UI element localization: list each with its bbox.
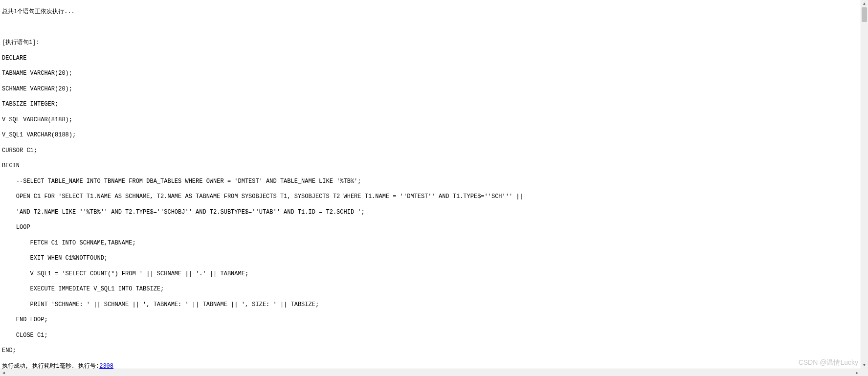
code-line: V_SQL1 = 'SELECT COUNT(*) FROM ' || SCHN… (2, 270, 866, 279)
code-line: FETCH C1 INTO SCHNAME,TABNAME; (2, 239, 866, 248)
code-line: END; (2, 347, 866, 355)
code-line: EXECUTE IMMEDIATE V_SQL1 INTO TABSIZE; (2, 285, 866, 294)
scroll-up-arrow-icon[interactable]: ▲ (861, 0, 868, 7)
scroll-down-arrow-icon[interactable]: ▼ (861, 361, 868, 369)
blank-line (2, 23, 866, 32)
code-line: OPEN C1 FOR 'SELECT T1.NAME AS SCHNAME, … (2, 193, 866, 201)
code-line: LOOP (2, 223, 866, 232)
code-line: CLOSE C1; (2, 332, 866, 340)
result-line: 执行成功, 执行耗时1毫秒. 执行号:2308 (2, 362, 866, 369)
code-line: EXIT WHEN C1%NOTFOUND; (2, 254, 866, 263)
code-line: DECLARE (2, 54, 866, 63)
sql-output-panel: 总共1个语句正依次执行... [执行语句1]: DECLARE TABNAME … (0, 0, 868, 369)
vertical-scrollbar[interactable]: ▲ ▼ (861, 0, 868, 369)
code-line: TABNAME VARCHAR(20); (2, 69, 866, 78)
code-line: 'AND T2.NAME LIKE ''%TB%'' AND T2.TYPE$=… (2, 208, 866, 217)
execution-id-link[interactable]: 2308 (99, 363, 113, 369)
scrollbar-corner (861, 369, 868, 376)
scroll-right-arrow-icon[interactable]: ▶ (853, 369, 861, 376)
code-line: V_SQL VARCHAR(8188); (2, 116, 866, 125)
vertical-scroll-thumb[interactable] (862, 7, 867, 22)
code-line: PRINT 'SCHNAME: ' || SCHNAME || ', TABNA… (2, 301, 866, 310)
code-line: END LOOP; (2, 316, 866, 325)
code-line: V_SQL1 VARCHAR(8188); (2, 131, 866, 140)
code-line: BEGIN (2, 162, 866, 171)
result-prefix: 执行成功, 执行耗时1毫秒. 执行号: (2, 363, 99, 369)
code-line: CURSOR C1; (2, 147, 866, 155)
code-line: SCHNAME VARCHAR(20); (2, 85, 866, 94)
execution-label: [执行语句1]: (2, 39, 866, 47)
code-line: --SELECT TABLE_NAME INTO TBNAME FROM DBA… (2, 177, 866, 186)
summary-line: 总共1个语句正依次执行... (2, 8, 866, 17)
code-line: TABSIZE INTEGER; (2, 100, 866, 109)
scroll-left-arrow-icon[interactable]: ◀ (0, 369, 7, 376)
horizontal-scrollbar[interactable]: ◀ ▶ (0, 369, 861, 376)
